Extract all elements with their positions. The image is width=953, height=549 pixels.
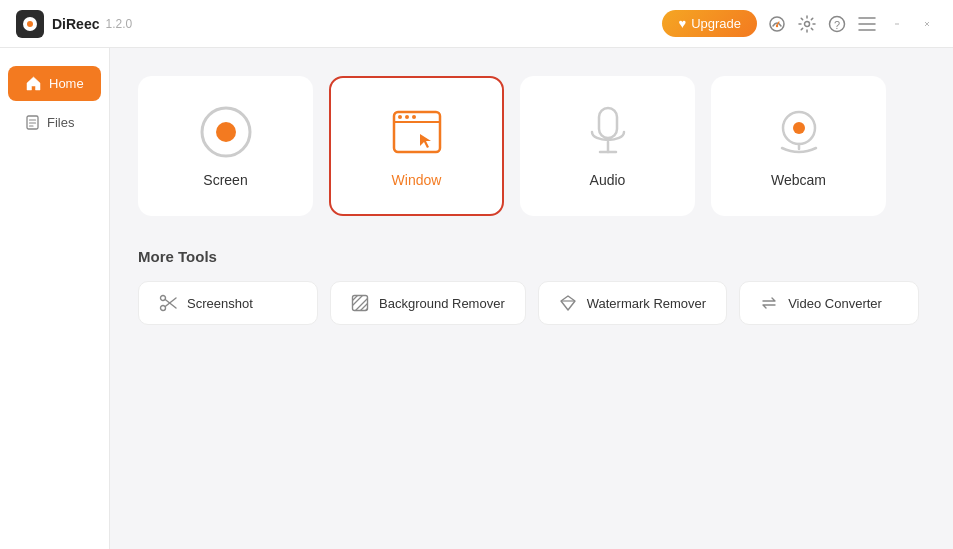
recording-cards: Screen Window: [138, 76, 925, 216]
content-area: Screen Window: [110, 48, 953, 549]
sidebar-item-files[interactable]: Files: [8, 105, 101, 140]
upgrade-button[interactable]: ♥ Upgrade: [662, 10, 757, 37]
home-icon: [26, 76, 41, 91]
video-converter-label: Video Converter: [788, 296, 882, 311]
window-label: Window: [392, 172, 442, 188]
app-logo-dot: [27, 21, 33, 27]
diamond-icon: [559, 294, 577, 312]
sidebar-files-label: Files: [47, 115, 74, 130]
svg-point-22: [412, 115, 416, 119]
webcam-label: Webcam: [771, 172, 826, 188]
titlebar: DiReec 1.2.0 ♥ Upgrade ?: [0, 0, 953, 48]
app-version: 1.2.0: [105, 17, 132, 31]
convert-icon: [760, 294, 778, 312]
files-icon: [26, 115, 39, 130]
minimize-button[interactable]: [887, 14, 907, 34]
titlebar-actions: ♥ Upgrade ?: [662, 10, 937, 37]
sidebar-home-label: Home: [49, 76, 84, 91]
background-remover-label: Background Remover: [379, 296, 505, 311]
scissors-icon: [159, 294, 177, 312]
more-tools-section: More Tools Screenshot: [138, 248, 925, 325]
settings-icon[interactable]: [797, 14, 817, 34]
screenshot-tool[interactable]: Screenshot: [138, 281, 318, 325]
more-tools-title: More Tools: [138, 248, 925, 265]
audio-card[interactable]: Audio: [520, 76, 695, 216]
bg-remover-icon: [351, 294, 369, 312]
svg-point-20: [398, 115, 402, 119]
svg-point-17: [216, 122, 236, 142]
webcam-icon: [771, 104, 827, 160]
close-button[interactable]: [917, 14, 937, 34]
video-converter-tool[interactable]: Video Converter: [739, 281, 919, 325]
screenshot-label: Screenshot: [187, 296, 253, 311]
screen-card[interactable]: Screen: [138, 76, 313, 216]
svg-text:?: ?: [834, 18, 840, 30]
menu-icon[interactable]: [857, 14, 877, 34]
app-logo: [16, 10, 44, 38]
audio-icon: [580, 104, 636, 160]
svg-rect-23: [599, 108, 617, 138]
tachometer-icon[interactable]: [767, 14, 787, 34]
app-name: DiReec: [52, 16, 99, 32]
screen-icon: [198, 104, 254, 160]
svg-point-3: [805, 21, 810, 26]
screen-label: Screen: [203, 172, 247, 188]
window-card[interactable]: Window: [329, 76, 504, 216]
svg-point-21: [405, 115, 409, 119]
tools-grid: Screenshot Background Re: [138, 281, 925, 325]
help-icon[interactable]: ?: [827, 14, 847, 34]
upgrade-label: Upgrade: [691, 16, 741, 31]
window-icon: [389, 104, 445, 160]
watermark-remover-label: Watermark Remover: [587, 296, 706, 311]
svg-line-31: [165, 300, 176, 309]
svg-line-32: [165, 298, 176, 307]
main-layout: Home Files: [0, 48, 953, 549]
svg-point-27: [793, 122, 805, 134]
audio-label: Audio: [590, 172, 626, 188]
watermark-remover-tool[interactable]: Watermark Remover: [538, 281, 727, 325]
sidebar: Home Files: [0, 48, 110, 549]
sidebar-item-home[interactable]: Home: [8, 66, 101, 101]
webcam-card[interactable]: Webcam: [711, 76, 886, 216]
app-logo-inner: [23, 17, 37, 31]
background-remover-tool[interactable]: Background Remover: [330, 281, 526, 325]
heart-icon: ♥: [678, 16, 686, 31]
